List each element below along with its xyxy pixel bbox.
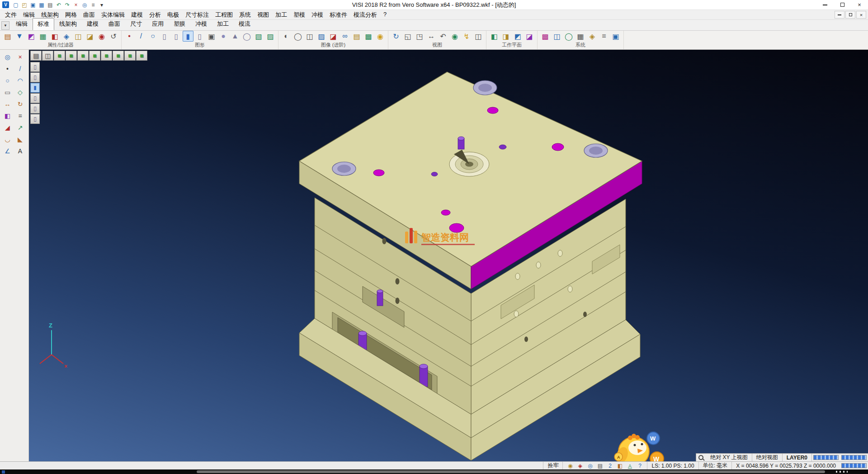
- measure-tool-icon[interactable]: ∠: [2, 146, 14, 156]
- fill-icon[interactable]: ◧: [615, 462, 624, 469]
- section-mode-icon[interactable]: ▯: [30, 104, 40, 114]
- layout-2-icon[interactable]: 2: [605, 462, 614, 469]
- snap-icon[interactable]: ◈: [576, 462, 585, 469]
- solid-cone-icon[interactable]: ▲: [230, 31, 241, 42]
- maximize-button[interactable]: [834, 0, 851, 9]
- menu-item-15[interactable]: 塑模: [290, 10, 308, 20]
- axonometric-view-icon[interactable]: ■: [136, 51, 147, 61]
- tab-塑膜[interactable]: 塑膜: [169, 18, 190, 30]
- menu-item-16[interactable]: 冲模: [308, 10, 326, 20]
- arc-tool-icon[interactable]: ◠: [14, 75, 26, 86]
- erase-icon[interactable]: ×: [14, 52, 26, 62]
- back-view-icon[interactable]: ■: [113, 51, 124, 61]
- snapshot-icon[interactable]: ▤: [351, 31, 362, 42]
- save-icon[interactable]: ▣: [29, 1, 37, 9]
- mirror-tool-icon[interactable]: ◧: [2, 110, 14, 121]
- section-view-icon[interactable]: ◪: [328, 31, 339, 42]
- world-icon[interactable]: ◯: [563, 31, 574, 42]
- workplane-auto-icon[interactable]: ◨: [500, 31, 511, 42]
- print-status-icon[interactable]: ▤: [595, 462, 604, 469]
- dynamic-mode-icon[interactable]: ▯: [30, 114, 40, 124]
- menu-item-18[interactable]: 模流分析: [350, 10, 380, 20]
- qat-dropdown-icon[interactable]: ▾: [98, 1, 106, 9]
- workplane-view-icon[interactable]: ◪: [524, 31, 535, 42]
- eye-view-icon[interactable]: ◉: [449, 31, 460, 42]
- type-filter-icon[interactable]: ◈: [61, 31, 72, 42]
- surface-icon[interactable]: ▧: [253, 31, 264, 42]
- rotate-tool-icon[interactable]: ↻: [14, 99, 26, 109]
- select-filter-icon[interactable]: ▤: [30, 51, 42, 61]
- solid-cylinder-icon-2[interactable]: ▯: [171, 31, 182, 42]
- zoom-status-icon[interactable]: ◎: [585, 462, 594, 469]
- right-view-icon[interactable]: ■: [89, 51, 100, 61]
- tab-编辑[interactable]: 编辑: [11, 18, 33, 30]
- top-clamp-plate[interactable]: [299, 72, 642, 289]
- point-tool-icon[interactable]: •: [2, 63, 14, 74]
- circle-tool-icon[interactable]: ○: [2, 75, 14, 86]
- transparency-icon[interactable]: ▨: [316, 31, 327, 42]
- shading-icon[interactable]: ◐: [281, 31, 292, 42]
- hidden-line-icon[interactable]: ◫: [304, 31, 315, 42]
- bottom-view-icon[interactable]: ■: [124, 51, 136, 61]
- taskbar-scrollbar[interactable]: [197, 470, 825, 473]
- texture-icon[interactable]: ▩: [363, 31, 374, 42]
- solid-cylinder-active-icon[interactable]: ▮: [183, 31, 193, 42]
- command-list-icon[interactable]: ≡: [599, 31, 609, 42]
- lock-toggle[interactable]: 拴牢: [543, 462, 562, 469]
- properties-icon[interactable]: ▤: [2, 31, 13, 42]
- mold-body[interactable]: [315, 198, 626, 414]
- menu-item-14[interactable]: 加工: [272, 10, 290, 20]
- zoom-window-icon[interactable]: ◱: [402, 31, 413, 42]
- menu-item-17[interactable]: 标准件: [326, 10, 350, 20]
- mesh-icon[interactable]: ▨: [265, 31, 276, 42]
- workplane-3pt-icon[interactable]: ◩: [512, 31, 523, 42]
- zoom-select-icon[interactable]: ◎: [2, 52, 14, 62]
- zoom-icon[interactable]: ◎: [80, 1, 89, 9]
- hidden-mode-icon[interactable]: ▯: [30, 72, 40, 82]
- pan-icon[interactable]: ↔: [426, 31, 437, 42]
- solid-cylinder-icon-1[interactable]: ▯: [159, 31, 170, 42]
- menu-item-19[interactable]: ?: [380, 10, 390, 20]
- solid-sphere-icon[interactable]: ●: [218, 31, 229, 42]
- settings-icon[interactable]: ≡: [89, 1, 97, 9]
- print-icon[interactable]: ▤: [46, 1, 54, 9]
- color-filter-icon[interactable]: ◧: [49, 31, 60, 42]
- filter-icon[interactable]: ▼: [14, 31, 25, 42]
- redo-icon[interactable]: ↷: [63, 1, 71, 9]
- copy-attributes-icon[interactable]: ◫: [73, 31, 84, 42]
- close-button[interactable]: ×: [851, 0, 868, 9]
- highlight-icon[interactable]: ◉: [96, 31, 107, 42]
- stereo-view-icon[interactable]: ∞: [340, 31, 350, 42]
- line-tool-icon[interactable]: /: [14, 63, 26, 74]
- tab-曲面[interactable]: 曲面: [104, 18, 125, 30]
- menu-item-13[interactable]: 视图: [254, 10, 272, 20]
- front-view-icon[interactable]: ■: [77, 51, 89, 61]
- rendered-mode-icon[interactable]: ▯: [30, 93, 40, 103]
- bottom-clamp-plate[interactable]: [299, 318, 640, 460]
- sketch-circle-icon[interactable]: ○: [147, 31, 158, 42]
- tab-加工[interactable]: 加工: [212, 18, 234, 30]
- previous-view-icon[interactable]: ↶: [438, 31, 448, 42]
- multi-view-icon[interactable]: ◫: [473, 31, 484, 42]
- raster-icon[interactable]: ▦: [575, 31, 586, 42]
- tab-dropdown-button[interactable]: ▼: [1, 21, 9, 30]
- tab-尺寸[interactable]: 尺寸: [125, 18, 147, 30]
- snap-grid-icon[interactable]: ◈: [587, 31, 598, 42]
- doc-minimize-button[interactable]: [835, 11, 844, 19]
- save-all-icon[interactable]: ▦: [38, 1, 46, 9]
- left-view-icon[interactable]: ■: [101, 51, 112, 61]
- undo-icon[interactable]: ↶: [55, 1, 63, 9]
- options-icon[interactable]: ▣: [610, 31, 621, 42]
- layer-indicator[interactable]: LAYER0: [783, 454, 812, 461]
- tab-应用[interactable]: 应用: [147, 18, 169, 30]
- mold-model[interactable]: Z × 智造资料网: [29, 50, 868, 461]
- tab-冲模[interactable]: 冲模: [190, 18, 212, 30]
- offset-tool-icon[interactable]: ≡: [14, 110, 26, 121]
- refresh-view-icon[interactable]: ↯: [461, 31, 472, 42]
- sketch-line-icon[interactable]: /: [136, 31, 146, 42]
- new-file-icon[interactable]: ▢: [12, 1, 20, 9]
- paste-attributes-icon[interactable]: ◪: [85, 31, 95, 42]
- light-icon[interactable]: ◉: [375, 31, 386, 42]
- lock-icon[interactable]: ◉: [566, 462, 575, 469]
- help-status-icon[interactable]: ?: [635, 462, 644, 469]
